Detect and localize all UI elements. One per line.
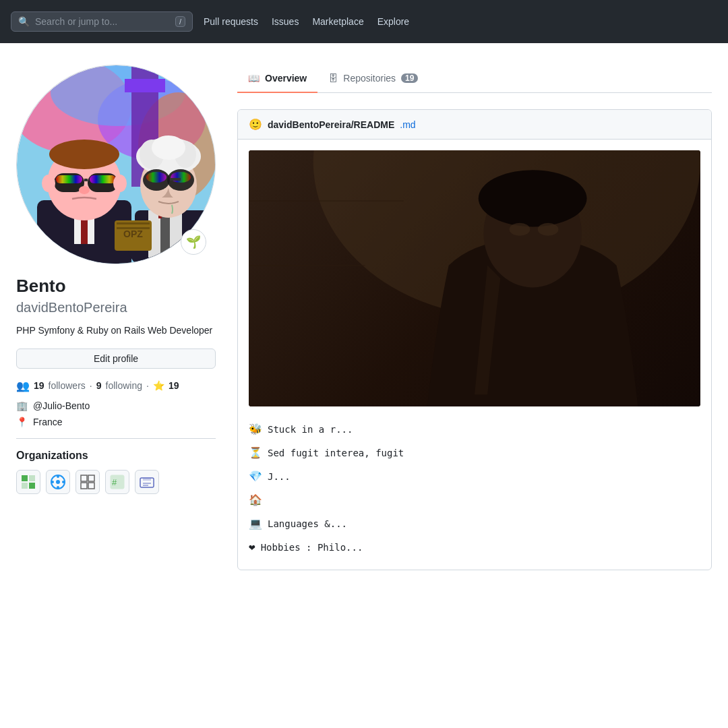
computer-emoji: 💻 xyxy=(249,517,262,530)
hourglass-emoji: ⏳ xyxy=(249,446,262,459)
readme-text-lines: 🐝 Stuck in a r... ⏳ Sed fugit interea, f… xyxy=(249,417,700,559)
org-icon-4[interactable]: # xyxy=(105,470,129,494)
separator2: · xyxy=(146,380,149,391)
divider xyxy=(16,438,216,439)
profile-sidebar: OPZ xyxy=(16,65,216,570)
svg-rect-36 xyxy=(170,178,181,181)
svg-rect-58 xyxy=(143,478,151,481)
svg-point-46 xyxy=(56,480,60,484)
main-content: 📖 Overview 🗄 Repositories 19 🙂 davidBent… xyxy=(237,65,712,570)
svg-text:#: # xyxy=(112,477,117,487)
profile-username: davidBentoPereira xyxy=(16,300,216,315)
svg-point-20 xyxy=(113,175,127,192)
svg-point-47 xyxy=(57,475,59,478)
svg-rect-25 xyxy=(160,214,170,257)
readme-image xyxy=(249,150,700,406)
readme-line-5: 💻 Languages &... xyxy=(249,517,700,530)
tab-overview-label: Overview xyxy=(265,73,307,84)
house-emoji: 🏠 xyxy=(249,493,262,506)
gem-emoji: 💎 xyxy=(249,470,262,483)
svg-point-68 xyxy=(538,223,559,236)
smiley-icon: 🙂 xyxy=(249,118,262,131)
svg-rect-7 xyxy=(125,79,165,92)
nav-explore[interactable]: Explore xyxy=(377,16,409,27)
readme-extension: .md xyxy=(400,119,415,130)
stars-count[interactable]: 19 xyxy=(169,380,179,391)
tab-repositories[interactable]: 🗄 Repositories 19 xyxy=(317,65,429,93)
readme-line-4: 🏠 xyxy=(249,493,700,506)
org-name[interactable]: @Julio-Bento xyxy=(33,400,90,411)
profile-display-name: Bento xyxy=(16,275,216,297)
followers-label: followers xyxy=(49,380,86,391)
star-icon: ⭐ xyxy=(153,380,164,391)
svg-point-48 xyxy=(57,486,59,489)
readme-body: 🐝 Stuck in a r... ⏳ Sed fugit interea, f… xyxy=(238,140,711,570)
bee-emoji: 🐝 xyxy=(249,423,262,435)
readme-line-2: ⏳ Sed fugit interea, fugit xyxy=(249,446,700,459)
navbar-links: Pull requests Issues Marketplace Explore xyxy=(204,16,409,27)
people-icon: 👥 xyxy=(16,380,30,392)
readme-line-3: 💎 J... xyxy=(249,470,700,483)
readme-header: 🙂 davidBentoPereira/README.md xyxy=(238,110,711,140)
svg-rect-52 xyxy=(88,475,94,481)
svg-rect-15 xyxy=(56,175,82,183)
book-icon: 📖 xyxy=(248,73,260,84)
svg-rect-17 xyxy=(84,179,88,181)
svg-rect-42 xyxy=(29,475,35,481)
shortcut-key: / xyxy=(175,16,185,27)
svg-point-18 xyxy=(79,186,90,194)
followers-count[interactable]: 19 xyxy=(34,380,44,391)
edit-profile-button[interactable]: Edit profile xyxy=(16,348,216,369)
svg-rect-39 xyxy=(117,222,150,224)
readme-line-6: ❤️ Hobbies : Philo... xyxy=(249,541,700,553)
readme-filepath: davidBentoPereira/README xyxy=(268,119,394,130)
svg-rect-16 xyxy=(90,175,116,183)
search-box[interactable]: 🔍 / xyxy=(11,11,193,32)
readme-line-1-text: Stuck in a r... xyxy=(268,424,353,435)
svg-point-34 xyxy=(146,172,166,183)
org-icon-2[interactable] xyxy=(46,470,70,494)
org-icon-5[interactable] xyxy=(135,470,159,494)
location-icon: 📍 xyxy=(16,417,28,427)
readme-line-2-text: Sed fugit interea, fugit xyxy=(268,448,404,458)
svg-rect-44 xyxy=(29,483,35,489)
svg-rect-51 xyxy=(81,475,87,481)
svg-point-31 xyxy=(152,135,185,160)
heart-emoji: ❤️ xyxy=(249,541,255,553)
organization-row: 🏢 @Julio-Bento xyxy=(16,400,216,411)
location-text: France xyxy=(33,417,63,427)
following-label: following xyxy=(106,380,142,391)
svg-point-50 xyxy=(62,481,65,483)
organizations-section: Organizations # xyxy=(16,450,216,494)
profile-tabs: 📖 Overview 🗄 Repositories 19 xyxy=(237,65,712,93)
profile-bio: PHP Symfony & Ruby on Rails Web Develope… xyxy=(16,324,216,338)
svg-point-67 xyxy=(510,223,530,236)
search-icon: 🔍 xyxy=(18,16,30,27)
achievement-badge: 🌱 xyxy=(181,229,206,255)
org-icon: 🏢 xyxy=(16,400,28,411)
svg-text:OPZ: OPZ xyxy=(123,229,143,239)
followers-row: 👥 19 followers · 9 following · ⭐ 19 xyxy=(16,380,216,392)
location-row: 📍 France xyxy=(16,417,216,427)
readme-line-3-text: J... xyxy=(268,471,291,482)
nav-issues[interactable]: Issues xyxy=(272,16,299,27)
svg-rect-41 xyxy=(22,475,28,481)
nav-marketplace[interactable]: Marketplace xyxy=(312,16,363,27)
readme-line-5-text: Languages &... xyxy=(268,518,347,529)
readme-card: 🙂 davidBentoPereira/README.md xyxy=(237,109,712,570)
org-icon-3[interactable] xyxy=(75,470,100,494)
main-container: OPZ xyxy=(0,43,728,570)
nav-pull-requests[interactable]: Pull requests xyxy=(204,16,258,27)
org-icon-1[interactable] xyxy=(16,470,40,494)
orgs-row: # xyxy=(16,470,216,494)
svg-rect-40 xyxy=(117,227,150,229)
search-input[interactable] xyxy=(35,16,170,27)
tab-overview[interactable]: 📖 Overview xyxy=(237,65,317,93)
following-count[interactable]: 9 xyxy=(96,380,102,391)
repo-icon: 🗄 xyxy=(328,73,338,84)
svg-point-35 xyxy=(171,172,191,183)
avatar-container: OPZ xyxy=(16,65,216,264)
svg-rect-43 xyxy=(22,483,28,489)
navbar: 🔍 / Pull requests Issues Marketplace Exp… xyxy=(0,0,728,43)
readme-line-6-text: Hobbies : Philo... xyxy=(261,542,363,553)
